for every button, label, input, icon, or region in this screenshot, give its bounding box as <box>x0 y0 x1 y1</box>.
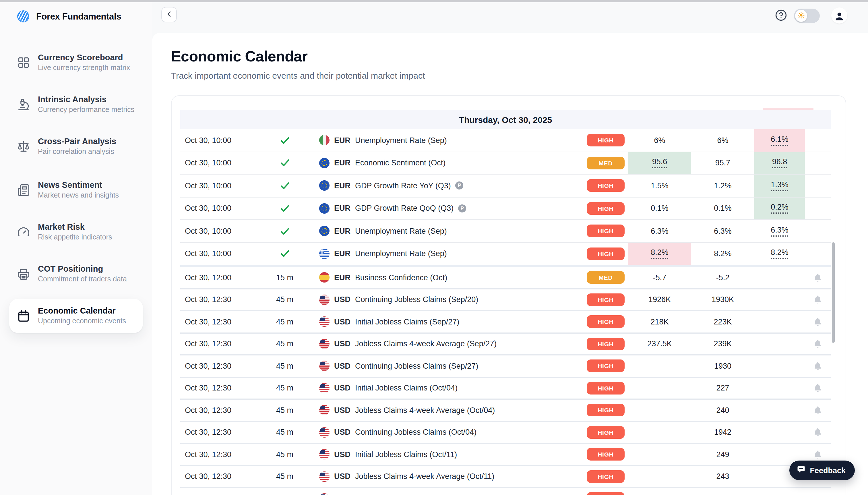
window-top-edge <box>0 0 868 2</box>
value-previous <box>628 466 691 487</box>
value-actual <box>754 378 805 398</box>
event-time: Oct 30, 12:30 <box>180 289 250 310</box>
value-previous: 6.3% <box>628 220 691 242</box>
value-actual <box>754 334 805 354</box>
help-icon[interactable] <box>775 9 787 21</box>
event-status <box>250 129 319 151</box>
notify-bell-button[interactable] <box>805 267 831 288</box>
value-consensus: 227 <box>691 378 754 398</box>
event-row[interactable]: Oct 30, 12:30 45 m USD Continuing Jobles… <box>180 422 831 444</box>
event-row[interactable]: Oct 30, 12:30 45 m USD Jobless Claims 4-… <box>180 400 831 422</box>
vertical-scrollbar[interactable] <box>832 242 835 343</box>
notify-bell-button[interactable] <box>805 488 831 495</box>
value-actual: 8.2% <box>754 243 805 265</box>
value-consensus: -5.2 <box>691 267 754 288</box>
value-actual: 96.8 <box>754 152 805 174</box>
impact-badge: MED <box>587 271 625 284</box>
notify-bell-button[interactable] <box>805 422 831 443</box>
event-row[interactable]: Oct 30, 10:00 EUR GDP Growth Rate QoQ (Q… <box>180 197 831 220</box>
currency-code: USD <box>334 472 350 481</box>
event-row[interactable]: P HIGH <box>180 488 831 495</box>
sidebar-item-description: Live currency strength matrix <box>38 64 130 72</box>
value-consensus: 95.7 <box>691 152 754 174</box>
event-name: Continuing Jobless Claims (Sep/20) <box>355 295 478 304</box>
page-head: Economic Calendar Track important econom… <box>152 33 868 80</box>
country-flag-icon <box>319 494 330 495</box>
sidebar-item-description: Upcoming economic events <box>38 317 126 325</box>
value-consensus <box>691 488 754 495</box>
event-time: Oct 30, 10:00 <box>180 152 250 174</box>
event-row[interactable]: Oct 30, 12:30 45 m USD Jobless Claims 4-… <box>180 466 831 488</box>
feedback-label: Feedback <box>810 466 846 475</box>
feedback-button[interactable]: Feedback <box>789 461 855 480</box>
event-name: GDP Growth Rate YoY (Q3) <box>355 182 451 190</box>
notify-bell-button[interactable] <box>805 334 831 354</box>
event-name: Unemployment Rate (Sep) <box>355 136 447 145</box>
value-previous: 218K <box>628 311 691 332</box>
sidebar-item-news-sentiment[interactable]: News Sentiment Market news and insights <box>9 173 143 207</box>
notify-bell-button[interactable] <box>805 129 831 151</box>
event-row[interactable]: Oct 30, 12:30 45 m USD Initial Jobless C… <box>180 311 831 334</box>
notify-bell-button[interactable] <box>805 174 831 197</box>
value-actual: 6.1% <box>754 129 805 151</box>
event-name: Jobless Claims 4-week Average (Sep/27) <box>355 340 497 348</box>
sidebar-item-cross-pair-analysis[interactable]: Cross-Pair Analysis Pair correlation ana… <box>9 129 143 164</box>
value-consensus: 1.2% <box>691 174 754 197</box>
user-avatar[interactable] <box>831 7 847 23</box>
event-row[interactable]: Oct 30, 12:30 45 m USD Initial Jobless C… <box>180 444 831 466</box>
value-previous: -5.7 <box>628 267 691 288</box>
value-previous: 1.5% <box>628 174 691 197</box>
currency-code: EUR <box>334 273 350 282</box>
value-consensus: 1930 <box>691 356 754 376</box>
event-row[interactable]: Oct 30, 12:00 15 m EUR Business Confiden… <box>180 267 831 289</box>
sidebar: Forex Fundamentals Currency Scoreboard L… <box>0 2 152 495</box>
event-row[interactable]: Oct 30, 12:30 45 m USD Jobless Claims 4-… <box>180 334 831 356</box>
sidebar-item-label: Market Risk <box>38 223 112 232</box>
chevron-left-icon <box>165 10 173 20</box>
value-previous <box>628 400 691 421</box>
country-flag-icon <box>319 472 330 482</box>
event-row[interactable]: Oct 30, 10:00 EUR GDP Growth Rate YoY (Q… <box>180 174 831 197</box>
sidebar-item-market-risk[interactable]: Market Risk Risk appetite indicators <box>9 215 143 249</box>
value-actual <box>754 400 805 421</box>
currency-code: EUR <box>334 182 350 190</box>
brand[interactable]: Forex Fundamentals <box>0 2 152 22</box>
impact-badge: HIGH <box>587 293 625 306</box>
event-name: Continuing Jobless Claims (Sep/27) <box>355 362 478 370</box>
notify-bell-button[interactable] <box>805 400 831 421</box>
event-row[interactable]: Oct 30, 12:30 45 m USD Continuing Jobles… <box>180 289 831 311</box>
currency-code: USD <box>334 406 350 415</box>
notify-bell-button[interactable] <box>805 197 831 219</box>
notify-bell-button[interactable] <box>805 243 831 265</box>
sidebar-item-cot-positioning[interactable]: COT Positioning Commitment of traders da… <box>9 257 143 291</box>
sidebar-item-economic-calendar[interactable]: Economic Calendar Upcoming economic even… <box>9 298 143 333</box>
value-previous <box>628 356 691 376</box>
back-button[interactable] <box>161 7 177 22</box>
notify-bell-button[interactable] <box>805 311 831 332</box>
notify-bell-button[interactable] <box>805 378 831 398</box>
event-status: 45 m <box>250 289 319 310</box>
event-time: Oct 30, 12:00 <box>180 267 250 288</box>
value-actual <box>754 488 805 495</box>
event-row[interactable]: Oct 30, 10:00 EUR Unemployment Rate (Sep… <box>180 129 831 152</box>
impact-badge: HIGH <box>587 404 625 416</box>
event-row[interactable]: Oct 30, 10:00 EUR Unemployment Rate (Sep… <box>180 243 831 265</box>
currency-code: EUR <box>334 136 350 145</box>
sidebar-item-intrinsic-analysis[interactable]: Intrinsic Analysis Currency performance … <box>9 87 143 122</box>
event-row[interactable]: Oct 30, 10:00 EUR Unemployment Rate (Sep… <box>180 220 831 243</box>
notify-bell-button[interactable] <box>805 356 831 376</box>
value-consensus: 1930K <box>691 289 754 310</box>
check-icon <box>279 180 290 191</box>
sidebar-item-currency-scoreboard[interactable]: Currency Scoreboard Live currency streng… <box>9 45 143 80</box>
event-time: Oct 30, 12:30 <box>180 400 250 421</box>
event-row[interactable]: Oct 30, 12:30 45 m USD Continuing Jobles… <box>180 356 831 378</box>
actual-column-highlight <box>763 108 814 110</box>
notify-bell-button[interactable] <box>805 220 831 242</box>
notify-bell-button[interactable] <box>805 289 831 310</box>
event-status: 45 m <box>250 466 319 487</box>
notify-bell-button[interactable] <box>805 152 831 174</box>
event-row[interactable]: Oct 30, 12:30 45 m USD Initial Jobless C… <box>180 378 831 400</box>
value-consensus: 0.1% <box>691 197 754 219</box>
theme-toggle[interactable] <box>794 8 820 23</box>
event-row[interactable]: Oct 30, 10:00 EUR Economic Sentiment (Oc… <box>180 152 831 174</box>
